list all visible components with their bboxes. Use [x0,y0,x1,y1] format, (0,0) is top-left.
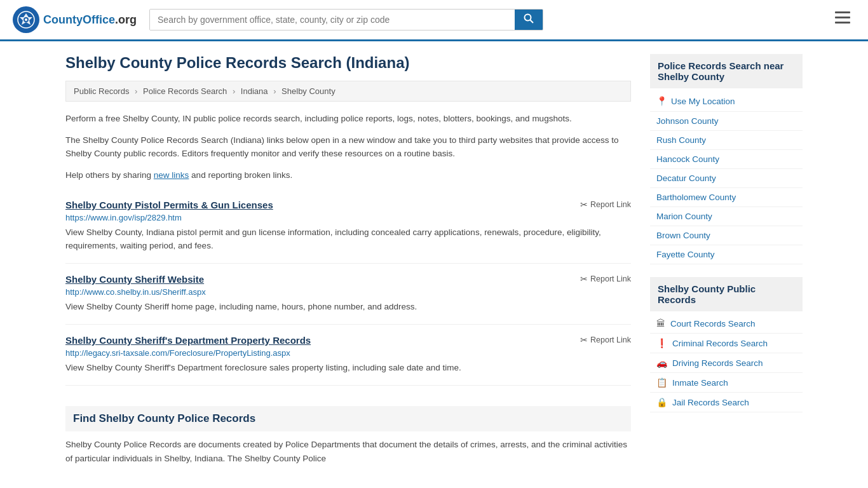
sidebar-item-bartholomew-county[interactable]: Bartholomew County [650,188,803,207]
result-url-3[interactable]: http://legacy.sri-taxsale.com/Foreclosur… [65,348,631,358]
svg-point-2 [25,18,27,21]
report-icon-2: ✂ [580,274,588,284]
result-desc-1: View Shelby County, Indiana pistol permi… [65,226,631,253]
intro-text-3: Help others by sharing new links and rep… [65,168,631,182]
nearby-section: Police Records Search near Shelby County… [650,54,803,264]
report-icon-3: ✂ [580,335,588,345]
breadcrumb-police-records-search[interactable]: Police Records Search [143,86,227,96]
use-location[interactable]: 📍 Use My Location [650,91,803,112]
jail-icon: 🔒 [656,397,667,407]
content-area: Shelby County Police Records Search (Ind… [65,54,631,465]
use-my-location-link[interactable]: Use My Location [671,97,735,106]
svg-rect-5 [835,11,850,13]
result-title-2[interactable]: Shelby County Sheriff Website [65,274,204,285]
result-item: Shelby County Pistol Permits & Gun Licen… [65,189,631,264]
result-title-1[interactable]: Shelby County Pistol Permits & Gun Licen… [65,200,273,210]
logo-text: CountyOffice.org [43,13,137,27]
svg-point-3 [525,15,531,21]
sidebar-item-court-records[interactable]: 🏛 Court Records Search [650,314,803,334]
svg-rect-6 [835,17,850,18]
svg-rect-7 [835,22,850,24]
search-bar[interactable] [149,9,543,30]
find-section-title: Find Shelby County Police Records [65,406,631,431]
main-container: Shelby County Police Records Search (Ind… [53,41,815,478]
sidebar-item-brown-county[interactable]: Brown County [650,226,803,245]
report-link-1[interactable]: ✂ Report Link [580,200,631,210]
search-button[interactable] [515,10,543,30]
nearby-section-title: Police Records Search near Shelby County [650,54,803,88]
court-icon: 🏛 [656,318,665,329]
sidebar-item-driving-records[interactable]: 🚗 Driving Records Search [650,353,803,373]
result-url-1[interactable]: https://www.in.gov/isp/2829.htm [65,213,631,222]
sidebar-item-rush-county[interactable]: Rush County [650,131,803,150]
breadcrumb: Public Records › Police Records Search ›… [65,81,631,102]
public-records-section-title: Shelby County Public Records [650,277,803,311]
logo[interactable]: CountyOffice.org [13,6,137,33]
sidebar-item-criminal-records[interactable]: ❗ Criminal Records Search [650,334,803,353]
location-pin-icon: 📍 [656,96,667,106]
result-item: Shelby County Sheriff Website ✂ Report L… [65,264,631,325]
report-link-3[interactable]: ✂ Report Link [580,335,631,345]
result-item: Shelby County Sheriff's Department Prope… [65,325,631,386]
new-links-link[interactable]: new links [154,170,189,180]
breadcrumb-public-records[interactable]: Public Records [74,86,129,96]
intro-text-1: Perform a free Shelby County, IN public … [65,112,631,126]
search-input[interactable] [150,10,515,30]
result-title-3[interactable]: Shelby County Sheriff's Department Prope… [65,335,311,346]
intro-text-2: The Shelby County Police Records Search … [65,133,631,161]
criminal-icon: ❗ [656,338,667,348]
breadcrumb-indiana[interactable]: Indiana [241,86,268,96]
sidebar-item-decatur-county[interactable]: Decatur County [650,169,803,188]
report-link-2[interactable]: ✂ Report Link [580,274,631,284]
svg-line-4 [531,20,534,24]
result-desc-3: View Shelby County Sheriff's Department … [65,362,631,375]
public-records-section: Shelby County Public Records 🏛 Court Rec… [650,277,803,412]
site-header: CountyOffice.org [0,0,868,41]
sidebar-item-hancock-county[interactable]: Hancock County [650,150,803,169]
menu-icon[interactable] [830,9,855,30]
find-section: Find Shelby County Police Records Shelby… [65,396,631,465]
inmate-icon: 📋 [656,377,667,388]
sidebar-item-jail-records[interactable]: 🔒 Jail Records Search [650,393,803,412]
sidebar-item-johnson-county[interactable]: Johnson County [650,112,803,131]
sidebar: Police Records Search near Shelby County… [650,54,803,465]
logo-icon [13,6,39,33]
report-icon-1: ✂ [580,200,588,210]
driving-icon: 🚗 [656,358,667,368]
page-title: Shelby County Police Records Search (Ind… [65,54,631,72]
sidebar-item-inmate-search[interactable]: 📋 Inmate Search [650,373,803,393]
find-section-desc: Shelby County Police Records are documen… [65,438,631,465]
breadcrumb-shelby-county[interactable]: Shelby County [281,86,336,96]
result-url-2[interactable]: http://www.co.shelby.in.us/Sheriff.aspx [65,287,631,297]
sidebar-item-fayette-county[interactable]: Fayette County [650,245,803,264]
result-desc-2: View Shelby County Sheriff home page, in… [65,301,631,314]
sidebar-item-marion-county[interactable]: Marion County [650,207,803,226]
